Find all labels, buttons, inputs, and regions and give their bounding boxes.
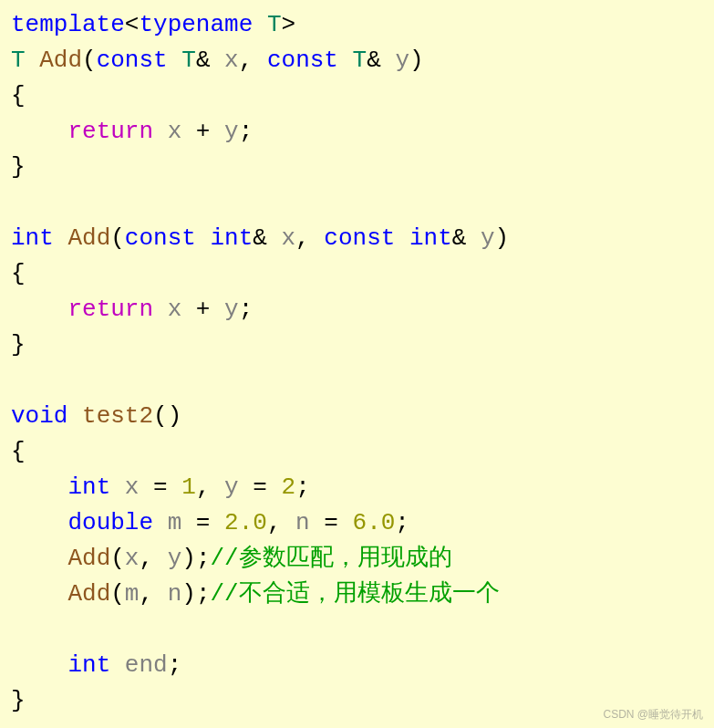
var: end [125, 651, 168, 679]
blank-line [11, 363, 703, 399]
code-line: } [11, 328, 703, 363]
brace: } [11, 331, 26, 359]
code-line: template<typename T> [11, 7, 703, 43]
keyword-int: int [67, 473, 110, 501]
keyword-int: int [409, 224, 452, 252]
code-line: return x + y; [11, 114, 703, 150]
keyword-void: void [11, 402, 67, 430]
code-line: Add(m, n);//不合适，用模板生成一个 [11, 577, 703, 612]
keyword-double: double [67, 509, 153, 536]
keyword-return: return [67, 296, 153, 323]
param: y [395, 47, 409, 74]
code-line: void test2() [11, 399, 703, 434]
keyword-template: template [11, 11, 125, 38]
brace: } [11, 153, 26, 181]
type: T [353, 47, 367, 74]
code-line: } [11, 683, 703, 719]
arg: x [125, 545, 140, 572]
function-call: Add [67, 545, 110, 572]
function-name: test2 [82, 402, 153, 430]
arg: m [125, 580, 140, 608]
brace: { [11, 438, 26, 465]
code-line: T Add(const T& x, const T& y) [11, 43, 703, 78]
return-type: T [11, 47, 26, 74]
var: n [295, 509, 310, 536]
code-line: { [11, 434, 703, 470]
keyword-const: const [324, 224, 395, 252]
number: 2.0 [224, 509, 267, 536]
comment: //不合适，用模板生成一个 [211, 580, 500, 608]
brace: { [11, 82, 26, 109]
function-name: Add [67, 224, 110, 252]
keyword-return: return [67, 118, 153, 145]
var: x [168, 118, 182, 145]
code-line: { [11, 78, 703, 114]
keyword-const: const [97, 47, 168, 74]
keyword-int: int [67, 651, 110, 679]
var: y [224, 473, 239, 501]
keyword-const: const [267, 47, 338, 74]
code-line: int x = 1, y = 2; [11, 470, 703, 505]
template-param: T [267, 11, 282, 38]
arg: y [168, 545, 182, 572]
code-line: { [11, 256, 703, 292]
var: m [168, 509, 182, 536]
brace: { [11, 260, 26, 287]
code-line: } [11, 150, 703, 185]
keyword-typename: typename [139, 11, 253, 38]
keyword-int: int [11, 224, 54, 252]
code-line: double m = 2.0, n = 6.0; [11, 505, 703, 541]
var: x [125, 473, 140, 501]
watermark: CSDN @睡觉待开机 [603, 706, 703, 723]
blank-line [11, 612, 703, 648]
var: y [224, 296, 239, 323]
var: y [224, 118, 239, 145]
param: x [224, 47, 239, 74]
number: 2 [282, 473, 296, 501]
code-line: int Add(const int& x, const int& y) [11, 221, 703, 256]
keyword-const: const [125, 224, 196, 252]
number: 1 [181, 473, 196, 501]
function-name: Add [39, 47, 82, 74]
blank-line [11, 185, 703, 221]
arg: n [168, 580, 182, 608]
function-call: Add [67, 580, 110, 608]
number: 6.0 [353, 509, 396, 536]
param: x [282, 224, 296, 252]
code-line: return x + y; [11, 292, 703, 328]
var: x [168, 296, 182, 323]
keyword-int: int [210, 224, 253, 252]
type: T [181, 47, 196, 74]
code-line: Add(x, y);//参数匹配，用现成的 [11, 541, 703, 577]
brace: } [11, 687, 26, 714]
param: y [481, 224, 495, 252]
code-line: int end; [11, 648, 703, 683]
code-block: template<typename T> T Add(const T& x, c… [11, 7, 703, 719]
comment: //参数匹配，用现成的 [211, 545, 452, 572]
